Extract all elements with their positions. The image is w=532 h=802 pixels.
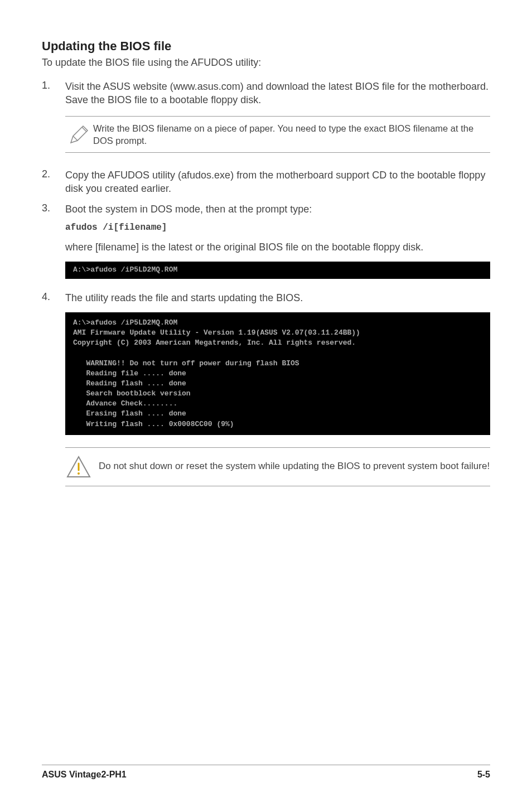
step-3: 3. Boot the system in DOS mode, then at … (42, 202, 490, 216)
step-3-followup: where [filename] is the latest or the or… (42, 240, 490, 254)
page-footer: ASUS Vintage2-PH1 5-5 (42, 765, 490, 780)
step-text: The utility reads the file and starts up… (65, 291, 490, 305)
step-4: 4. The utility reads the file and starts… (42, 291, 490, 305)
warning-text: Do not shut down or reset the system whi… (99, 460, 490, 473)
svg-point-3 (78, 472, 80, 475)
step-number: 2. (42, 168, 65, 196)
code-command: afudos /i[filename] (65, 223, 490, 233)
section-heading: Updating the BIOS file (42, 39, 490, 54)
note-text: Write the BIOS filename on a piece of pa… (93, 122, 490, 147)
warning-icon (65, 455, 99, 479)
step-text: Visit the ASUS website (www.asus.com) an… (65, 80, 490, 107)
terminal-output-1: A:\>afudos /iP5LD2MQ.ROM (65, 262, 490, 278)
terminal-output-2: A:\>afudos /iP5LD2MQ.ROM AMI Firmware Up… (65, 312, 490, 435)
step-text: where [filename] is the latest or the or… (65, 240, 490, 254)
footer-right: 5-5 (477, 770, 490, 780)
step-text: Copy the AFUDOS utility (afudos.exe) fro… (65, 168, 490, 196)
step-number: 4. (42, 291, 65, 305)
step-number: 3. (42, 202, 65, 216)
warning-box: Do not shut down or reset the system whi… (65, 447, 490, 486)
svg-line-0 (73, 136, 78, 141)
step-text: Boot the system in DOS mode, then at the… (65, 202, 490, 216)
step-number: 1. (42, 80, 65, 107)
svg-line-1 (82, 127, 86, 132)
intro-paragraph: To update the BIOS file using the AFUDOS… (42, 57, 490, 69)
step-1: 1. Visit the ASUS website (www.asus.com)… (42, 80, 490, 107)
footer-left: ASUS Vintage2-PH1 (42, 770, 127, 780)
note-box: Write the BIOS filename on a piece of pa… (65, 116, 490, 153)
pencil-icon (65, 123, 93, 146)
step-2: 2. Copy the AFUDOS utility (afudos.exe) … (42, 168, 490, 196)
step-number-empty (42, 240, 65, 254)
